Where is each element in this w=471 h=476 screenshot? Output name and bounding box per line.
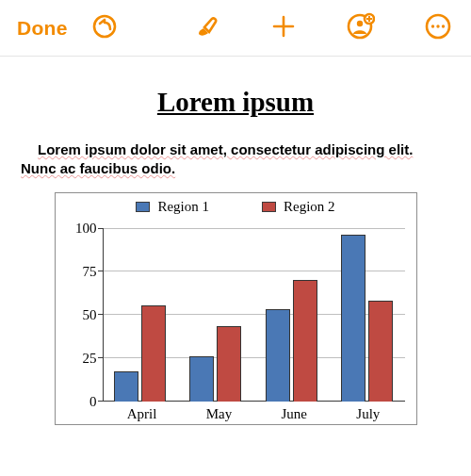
y-axis-label: 0 <box>56 393 97 409</box>
bar <box>293 280 317 402</box>
document-paragraph[interactable]: Lorem ipsum dolor sit amet, consectetur … <box>21 140 450 179</box>
x-axis-label: July <box>356 406 380 422</box>
toolbar: Done <box>0 0 471 57</box>
bar-group <box>341 235 393 402</box>
person-add-icon <box>347 12 375 44</box>
bar-group <box>266 280 317 402</box>
bar <box>368 301 393 402</box>
x-axis-label: June <box>281 406 307 422</box>
y-axis-label: 25 <box>56 350 97 366</box>
chart-legend: Region 1 Region 2 <box>56 193 416 219</box>
chart-plot-area: AprilMayJuneJuly 0255075100 <box>56 219 416 424</box>
legend-item: Region 1 <box>136 199 209 215</box>
legend-swatch-icon <box>262 202 276 212</box>
done-button[interactable]: Done <box>17 17 68 40</box>
add-button[interactable] <box>268 12 300 44</box>
svg-point-7 <box>442 25 445 27</box>
y-axis-label: 50 <box>56 306 97 322</box>
plus-icon <box>269 12 298 44</box>
undo-button[interactable] <box>89 12 121 44</box>
y-axis-label: 100 <box>56 220 97 236</box>
collaborate-button[interactable] <box>345 12 377 44</box>
bar <box>141 305 166 401</box>
svg-point-5 <box>431 25 434 27</box>
svg-point-2 <box>357 20 363 25</box>
legend-item: Region 2 <box>262 199 335 215</box>
bar <box>189 356 214 402</box>
more-icon <box>424 12 452 44</box>
legend-swatch-icon <box>136 202 150 212</box>
legend-label: Region 1 <box>157 199 209 215</box>
x-axis-label: May <box>206 406 233 422</box>
bar-group <box>114 305 166 401</box>
y-axis-label: 75 <box>56 263 97 279</box>
more-button[interactable] <box>422 12 454 44</box>
brush-button[interactable] <box>190 12 222 44</box>
x-axis-label: April <box>127 406 157 422</box>
svg-point-6 <box>436 25 439 27</box>
brush-icon <box>192 12 220 44</box>
bar <box>217 326 241 401</box>
bar <box>114 371 138 401</box>
undo-icon <box>90 12 119 44</box>
document-title[interactable]: Lorem ipsum <box>21 87 450 118</box>
bar <box>341 235 365 402</box>
bar-group <box>189 326 241 401</box>
chart[interactable]: Region 1 Region 2 AprilMayJuneJuly 02550… <box>55 192 417 425</box>
bar <box>266 309 290 402</box>
document-body[interactable]: Lorem ipsum Lorem ipsum dolor sit amet, … <box>0 57 471 425</box>
legend-label: Region 2 <box>284 199 335 215</box>
